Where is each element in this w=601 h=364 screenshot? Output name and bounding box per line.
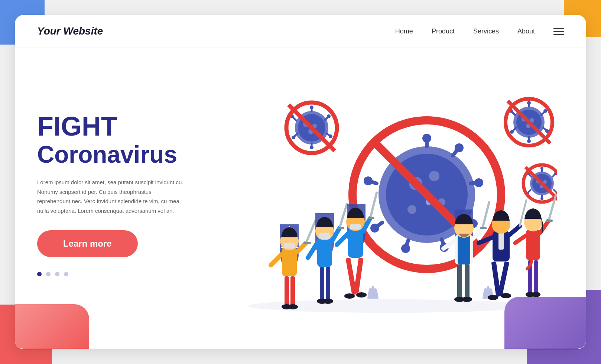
svg-point-34: [327, 114, 331, 118]
hamburger-line-1: [553, 28, 564, 29]
brand-logo[interactable]: Your Website: [37, 25, 103, 37]
nav-item-about[interactable]: About: [517, 27, 535, 35]
svg-rect-138: [498, 231, 504, 250]
nav-link-home[interactable]: Home: [395, 27, 413, 35]
svg-rect-151: [546, 220, 553, 222]
card-corner-pink: [15, 304, 89, 349]
dot-2[interactable]: [46, 272, 51, 276]
hero-description: Lorem ipsum dolor sit amet, sea putant s…: [37, 178, 186, 215]
nav-link-services[interactable]: Services: [473, 27, 499, 35]
nav-item-home[interactable]: Home: [395, 27, 413, 35]
svg-point-70: [540, 167, 543, 170]
svg-line-52: [541, 113, 544, 115]
svg-rect-86: [285, 276, 289, 306]
svg-line-35: [327, 133, 329, 135]
hamburger-line-2: [553, 31, 564, 32]
dot-1[interactable]: [37, 272, 42, 276]
svg-point-136: [501, 293, 511, 298]
svg-line-41: [293, 118, 296, 120]
svg-line-129: [473, 228, 483, 238]
nav-link-about[interactable]: About: [517, 27, 535, 35]
nav-link-product[interactable]: Product: [432, 27, 455, 35]
svg-line-93: [306, 221, 315, 243]
svg-rect-98: [320, 267, 324, 300]
svg-point-36: [329, 134, 332, 138]
svg-point-59: [510, 130, 514, 134]
outer-container: Your Website Home Product Services About…: [0, 0, 601, 364]
hero-illustration: +: [215, 55, 564, 334]
svg-point-40: [292, 136, 295, 139]
svg-point-22: [407, 205, 416, 214]
nav-links: Home Product Services About: [395, 27, 535, 35]
svg-line-140: [510, 226, 520, 235]
hero-section: FIGHT Coronavirus Lorem ipsum dolor sit …: [15, 48, 586, 349]
svg-point-112: [344, 293, 355, 299]
svg-point-146: [532, 292, 540, 297]
svg-point-32: [310, 105, 314, 109]
svg-point-6: [455, 143, 464, 152]
learn-more-button[interactable]: Learn more: [37, 230, 138, 257]
svg-rect-144: [534, 260, 538, 294]
svg-point-101: [323, 299, 333, 304]
svg-point-89: [287, 304, 298, 309]
svg-rect-134: [498, 261, 509, 295]
svg-point-113: [356, 292, 367, 298]
svg-line-105: [340, 204, 347, 228]
svg-rect-122: [457, 263, 462, 299]
svg-rect-123: [465, 263, 470, 299]
hero-text-block: FIGHT Coronavirus Lorem ipsum dolor sit …: [37, 113, 215, 276]
svg-line-117: [370, 193, 377, 218]
svg-line-15: [378, 222, 382, 226]
carousel-dots: [37, 272, 215, 276]
svg-point-51: [527, 101, 531, 105]
svg-rect-127: [458, 235, 470, 264]
svg-line-130: [483, 202, 489, 228]
nav-item-product[interactable]: Product: [432, 27, 455, 35]
svg-line-60: [513, 113, 515, 115]
svg-point-125: [462, 297, 472, 302]
svg-rect-106: [337, 227, 344, 229]
svg-point-20: [429, 171, 439, 181]
svg-line-77: [529, 190, 531, 192]
svg-point-76: [540, 197, 543, 200]
svg-point-38: [310, 146, 314, 149]
svg-line-128: [444, 241, 455, 248]
svg-line-139: [479, 237, 493, 243]
svg-point-16: [370, 224, 379, 233]
svg-point-14: [401, 244, 410, 253]
svg-rect-87: [290, 276, 295, 306]
main-card: Your Website Home Product Services About…: [15, 15, 586, 349]
svg-line-73: [554, 190, 556, 192]
svg-rect-99: [326, 267, 330, 300]
svg-rect-102: [317, 237, 332, 267]
hamburger-line-3: [553, 34, 564, 35]
svg-point-135: [488, 295, 498, 300]
svg-line-91: [271, 254, 282, 265]
hero-title-fight: FIGHT: [37, 113, 215, 140]
svg-point-57: [527, 139, 531, 143]
hamburger-menu[interactable]: [553, 28, 564, 35]
svg-rect-118: [368, 217, 374, 219]
svg-rect-111: [354, 258, 363, 293]
svg-line-103: [308, 243, 317, 258]
hero-title-corona: Coronavirus: [37, 143, 215, 166]
svg-point-8: [474, 178, 483, 187]
svg-line-54: [543, 128, 546, 130]
svg-rect-131: [480, 227, 487, 229]
svg-line-71: [552, 175, 555, 177]
svg-rect-108: [319, 233, 330, 239]
illustration-svg: +: [222, 68, 557, 321]
card-corner-purple: [504, 297, 586, 349]
nav-item-services[interactable]: Services: [473, 27, 499, 35]
svg-rect-147: [526, 229, 540, 260]
svg-rect-114: [348, 228, 363, 258]
dot-4[interactable]: [64, 272, 68, 276]
dot-3[interactable]: [55, 272, 59, 276]
svg-line-115: [337, 234, 348, 245]
svg-line-148: [515, 235, 526, 243]
svg-rect-90: [282, 247, 297, 276]
navbar: Your Website Home Product Services About: [15, 15, 586, 48]
svg-point-18: [364, 176, 373, 185]
svg-point-4: [422, 134, 431, 143]
svg-rect-94: [303, 242, 311, 244]
